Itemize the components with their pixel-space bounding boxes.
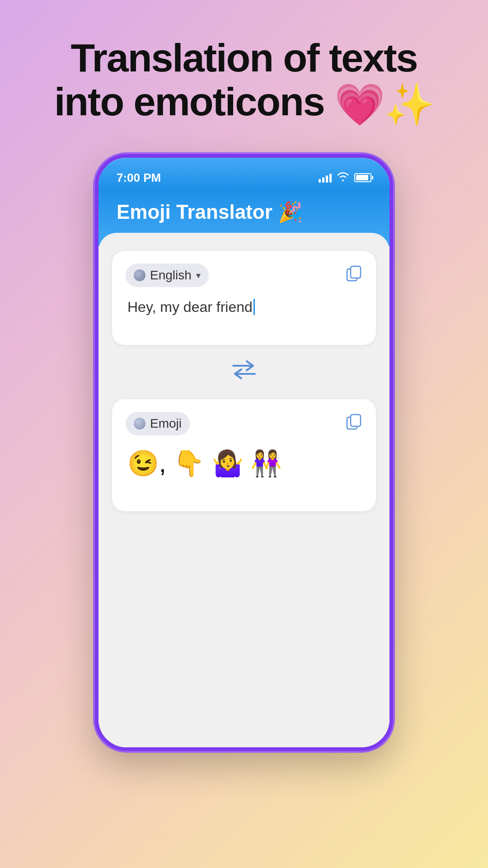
result-card-header: Emoji (126, 412, 362, 435)
svg-rect-1 (351, 266, 361, 278)
language-dot (134, 269, 145, 281)
emoji-language-label: Emoji (150, 416, 182, 431)
emoji-language-selector[interactable]: Emoji (126, 412, 190, 435)
status-time: 7:00 PM (117, 171, 161, 185)
language-dropdown-arrow: ▾ (196, 270, 201, 281)
swap-button[interactable] (230, 359, 258, 386)
result-card: Emoji 😉, 👇 🤷‍♀️ 👭 (112, 399, 376, 511)
emoji-output-text: 😉, 👇 🤷‍♀️ 👭 (126, 444, 362, 499)
svg-rect-3 (351, 415, 361, 426)
text-cursor (253, 299, 255, 315)
source-input-text[interactable]: Hey, my dear friend (126, 296, 362, 332)
phone-mockup: 7:00 PM Emoji Translator 🎉 (95, 154, 393, 751)
wifi-icon (337, 171, 349, 184)
source-card-header: English ▾ (126, 264, 362, 287)
emoji-language-dot (134, 418, 145, 429)
swap-container (112, 359, 376, 386)
hero-title-line2: into emoticons (54, 79, 324, 124)
hero-title: Translation of texts into emoticons 💗✨ (27, 36, 461, 127)
source-text-content: Hey, my dear friend (127, 299, 253, 315)
result-copy-button[interactable] (346, 414, 362, 434)
hero-title-line1: Translation of texts (71, 35, 418, 80)
app-title: Emoji Translator 🎉 (117, 201, 303, 223)
signal-icon (319, 173, 332, 183)
language-label: English (150, 268, 192, 283)
status-bar: 7:00 PM (99, 158, 389, 189)
source-copy-button[interactable] (346, 265, 362, 286)
heart-emoji: 💗✨ (334, 82, 434, 127)
source-card: English ▾ Hey, my dear friend (112, 251, 376, 345)
language-selector[interactable]: English ▾ (126, 264, 209, 287)
status-icons (319, 171, 371, 184)
battery-icon (354, 173, 371, 182)
app-content: English ▾ Hey, my dear friend (99, 233, 389, 747)
emoji-result-content: 😉, 👇 🤷‍♀️ 👭 (127, 449, 282, 477)
